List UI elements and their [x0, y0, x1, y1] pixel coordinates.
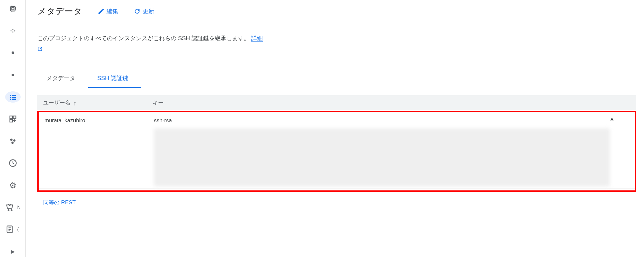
- table-header: ユーザー名 ↑ キー: [37, 95, 636, 110]
- svg-rect-14: [10, 119, 12, 122]
- sort-asc-icon: ↑: [73, 100, 76, 106]
- ssh-keys-table: ユーザー名 ↑ キー murata_kazuhiro ssh-rsa ˄: [37, 95, 636, 192]
- table-row: murata_kazuhiro ssh-rsa ˄: [39, 113, 635, 188]
- page-title: メタデータ: [37, 5, 82, 17]
- external-link-icon[interactable]: [37, 45, 43, 55]
- cell-user: murata_kazuhiro: [44, 117, 154, 124]
- collapse-row-icon[interactable]: ˄: [610, 117, 614, 127]
- tabs: メタデータ SSH 認証鍵: [37, 69, 636, 88]
- sidebar-clock-icon[interactable]: [5, 158, 21, 169]
- key-type-label: ssh-rsa: [154, 117, 172, 124]
- svg-rect-0: [11, 6, 15, 11]
- key-blurred-content: [154, 128, 610, 186]
- svg-point-20: [11, 210, 12, 211]
- chevron-right-icon: ▸: [11, 247, 14, 256]
- main: メタデータ 編集 更新 このプロジェクトのすべてのインスタンスがこれらの SSH…: [26, 0, 644, 257]
- svg-point-15: [10, 139, 12, 141]
- pencil-icon: [98, 8, 105, 15]
- dot-icon: [12, 51, 14, 54]
- edit-button-label: 編集: [107, 7, 118, 15]
- svg-rect-1: [12, 8, 14, 10]
- column-header-user[interactable]: ユーザー名 ↑: [43, 99, 153, 106]
- sidebar-cluster-icon[interactable]: [5, 135, 21, 147]
- svg-rect-7: [12, 95, 16, 96]
- sidebar-cpu-icon[interactable]: [5, 3, 21, 14]
- svg-rect-12: [10, 116, 12, 119]
- sidebar-cart-icon[interactable]: N: [3, 202, 23, 213]
- rest-equivalent-link[interactable]: 同等の REST: [43, 199, 636, 206]
- description-text: このプロジェクトのすべてのインスタンスがこれらの SSH 認証鍵を継承します。: [37, 35, 251, 41]
- svg-point-4: [14, 30, 15, 32]
- svg-rect-6: [10, 95, 11, 96]
- tab-metadata[interactable]: メタデータ: [37, 69, 88, 88]
- sidebar-doc-label: (: [17, 227, 19, 232]
- svg-rect-11: [12, 98, 16, 100]
- column-header-user-label: ユーザー名: [43, 99, 71, 106]
- highlighted-row-border: murata_kazuhiro ssh-rsa ˄: [37, 111, 636, 192]
- svg-point-16: [13, 139, 15, 142]
- edit-button[interactable]: 編集: [98, 7, 118, 15]
- refresh-button-label: 更新: [143, 7, 154, 15]
- sidebar-dot-1[interactable]: [5, 47, 21, 59]
- sidebar-cart-label: N: [17, 205, 21, 210]
- sidebar-metadata-icon[interactable]: [5, 91, 21, 103]
- svg-point-5: [12, 32, 14, 33]
- sidebar-dot-2[interactable]: [5, 69, 21, 81]
- dot-icon: [12, 74, 14, 76]
- description: このプロジェクトのすべてのインスタンスがこれらの SSH 認証鍵を継承します。 …: [37, 33, 346, 54]
- refresh-icon: [134, 8, 141, 15]
- svg-point-2: [10, 30, 12, 32]
- svg-point-17: [11, 142, 14, 144]
- header: メタデータ 編集 更新: [37, 0, 636, 23]
- svg-point-3: [12, 29, 14, 31]
- sidebar-doc-icon[interactable]: (: [3, 224, 23, 235]
- tab-ssh-keys[interactable]: SSH 認証鍵: [88, 69, 141, 88]
- sidebar-expand-icon[interactable]: ▸: [5, 246, 21, 257]
- column-header-key[interactable]: キー: [153, 99, 611, 106]
- svg-point-19: [8, 210, 9, 211]
- svg-rect-13: [13, 116, 16, 119]
- sidebar-gear-icon[interactable]: ⚙: [5, 180, 21, 191]
- svg-rect-9: [12, 96, 16, 98]
- sidebar: ⚙ N ( ▸: [0, 0, 26, 257]
- svg-rect-8: [10, 96, 11, 98]
- learn-more-link[interactable]: 詳細: [251, 35, 263, 42]
- sidebar-grid-icon[interactable]: [5, 114, 21, 125]
- svg-rect-10: [10, 98, 11, 100]
- gear-icon: ⚙: [9, 181, 16, 189]
- sidebar-dots-icon[interactable]: [5, 25, 21, 37]
- cell-key: ssh-rsa: [154, 117, 610, 186]
- refresh-button[interactable]: 更新: [134, 7, 154, 15]
